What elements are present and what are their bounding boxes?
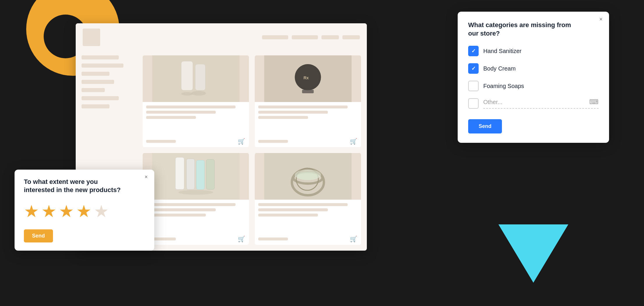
other-row: Other... ⌨: [483, 98, 599, 109]
checkbox-other[interactable]: [468, 98, 479, 109]
checkbox-survey-title: What categories are missing from our sto…: [468, 21, 573, 38]
svg-point-3: [192, 91, 206, 96]
product-info-1: [143, 102, 249, 136]
cart-icon-1[interactable]: 🛒: [237, 138, 245, 145]
deco-triangle: [498, 224, 568, 283]
option-hand-sanitizer: ✓ Hand Sanitizer: [468, 46, 599, 56]
star-1[interactable]: ★: [24, 201, 39, 221]
stars-survey-title: To what extent were you interested in th…: [24, 178, 129, 194]
product-line: [258, 111, 328, 114]
product-line: [146, 111, 216, 114]
star-5[interactable]: ★: [94, 201, 109, 221]
svg-rect-18: [187, 159, 195, 189]
sidebar-line-4: [82, 80, 114, 84]
products-grid: 🛒 Rx: [137, 50, 367, 251]
product-img-3: [143, 153, 249, 200]
checkbox-body-cream[interactable]: ✓: [468, 63, 479, 74]
svg-rect-19: [197, 160, 205, 189]
option-body-cream: ✓ Body Cream: [468, 63, 599, 74]
label-other: Other...: [483, 99, 585, 105]
mockup-logo: [83, 29, 100, 46]
sidebar-line-1: [82, 55, 119, 59]
product-card-3: 🛒: [143, 153, 249, 245]
checkbox-survey-popup: × What categories are missing from our s…: [458, 12, 609, 143]
sidebar-line-2: [82, 64, 123, 68]
option-other: Other... ⌨: [468, 98, 599, 109]
product-line: [146, 214, 206, 217]
label-body-cream: Body Cream: [483, 65, 516, 72]
star-2[interactable]: ★: [41, 201, 56, 221]
svg-rect-2: [195, 64, 206, 90]
nav-item-4: [342, 35, 360, 39]
product-price: [258, 238, 288, 240]
label-foaming-soaps: Foaming Soaps: [483, 83, 524, 89]
product-img-2: Rx: [255, 55, 361, 102]
product-footer-3: 🛒: [143, 233, 249, 245]
star-4[interactable]: ★: [76, 201, 91, 221]
product-price: [258, 140, 288, 143]
mockup-nav: [262, 35, 360, 39]
product-line: [258, 208, 328, 211]
checkmark-body-cream: ✓: [471, 65, 476, 72]
product-line: [258, 105, 348, 108]
product-img-1: [143, 55, 249, 102]
stars-survey-close[interactable]: ×: [143, 174, 150, 181]
product-footer-2: 🛒: [255, 136, 361, 147]
option-foaming-soaps: Foaming Soaps: [468, 81, 599, 91]
product-line: [258, 214, 318, 217]
svg-rect-20: [206, 159, 215, 189]
product-line: [146, 208, 216, 211]
mockup-header: [76, 23, 367, 51]
stars-container: ★ ★ ★ ★ ★: [24, 201, 145, 221]
product-line: [258, 116, 308, 119]
product-img-4: [255, 153, 361, 200]
sidebar-line-5: [82, 88, 105, 92]
svg-point-21: [178, 190, 213, 195]
checkbox-hand-sanitizer[interactable]: ✓: [468, 46, 479, 56]
product-line: [146, 105, 236, 108]
cart-icon-2[interactable]: 🛒: [349, 138, 358, 145]
star-3[interactable]: ★: [59, 201, 74, 221]
product-info-2: [255, 102, 361, 136]
nav-item-2: [292, 35, 318, 39]
nav-item-3: [321, 35, 339, 39]
product-footer-1: 🛒: [143, 136, 249, 147]
keyboard-icon: ⌨: [589, 98, 599, 106]
product-info-3: [143, 200, 249, 233]
sidebar-line-7: [82, 104, 109, 108]
product-footer-4: 🛒: [255, 233, 361, 245]
stars-survey-popup: × To what extent were you interested in …: [15, 170, 154, 251]
product-line: [258, 203, 348, 206]
svg-point-27: [297, 172, 319, 180]
nav-item-1: [262, 35, 288, 39]
sidebar-line-6: [82, 96, 119, 100]
svg-point-4: [181, 92, 193, 96]
product-line: [146, 116, 196, 119]
checkbox-foaming-soaps[interactable]: [468, 81, 479, 91]
stars-send-button[interactable]: Send: [24, 229, 53, 242]
product-line: [146, 203, 236, 206]
product-card-2: Rx 🛒: [255, 55, 361, 147]
check-options: ✓ Hand Sanitizer ✓ Body Cream Foaming So…: [468, 46, 599, 109]
product-info-4: [255, 200, 361, 233]
checkbox-send-button[interactable]: Send: [468, 119, 502, 133]
product-card-1: 🛒: [143, 55, 249, 147]
sidebar-line-3: [82, 72, 109, 76]
product-card-4: 🛒: [255, 153, 361, 245]
product-price: [146, 140, 176, 143]
svg-rect-1: [181, 61, 193, 90]
checkbox-survey-close[interactable]: ×: [597, 16, 604, 23]
cart-icon-4[interactable]: 🛒: [349, 235, 358, 242]
label-hand-sanitizer: Hand Sanitizer: [483, 48, 521, 54]
cart-icon-3[interactable]: 🛒: [237, 235, 245, 242]
svg-rect-17: [176, 157, 184, 189]
checkmark-hand-sanitizer: ✓: [471, 48, 476, 54]
svg-text:Rx: Rx: [304, 75, 309, 80]
svg-rect-11: [302, 90, 314, 93]
